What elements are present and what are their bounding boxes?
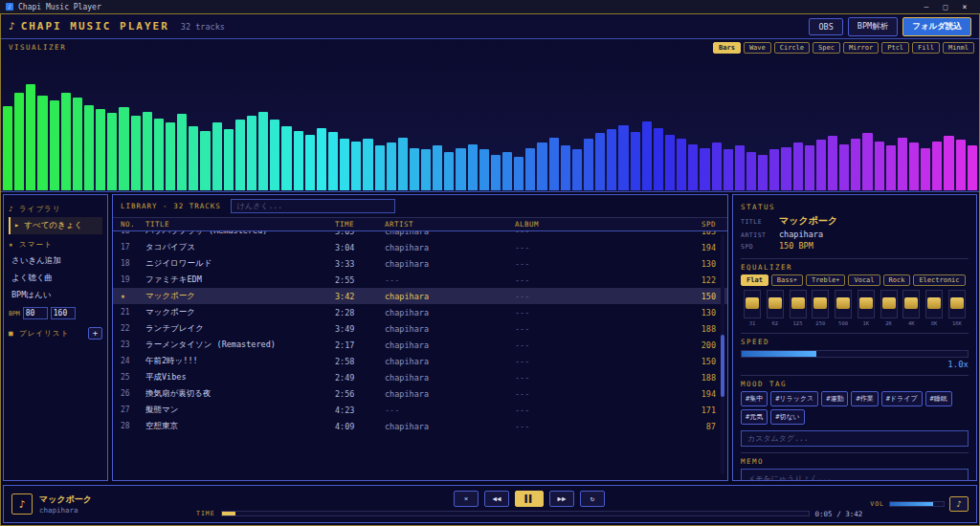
previous-button[interactable]: ◀◀ — [484, 491, 509, 507]
table-row[interactable]: 19ファミチキEDM2:55------122 — [113, 272, 727, 288]
obs-button[interactable]: OBS — [809, 18, 842, 35]
viz-mode-ptcl[interactable]: Ptcl — [881, 42, 909, 54]
viz-bar — [421, 149, 431, 190]
cell-spd: 103 — [674, 231, 716, 236]
mood-tag[interactable]: #リラックス — [770, 391, 818, 406]
eq-band-slider[interactable]: 125 — [789, 290, 808, 326]
eq-band-label: 125 — [793, 320, 803, 326]
eq-preset-flat[interactable]: Flat — [741, 274, 768, 286]
table-row[interactable]: 23ラーメンタイソン (Remastered)2:17chapihara---2… — [113, 337, 727, 353]
eq-band-slider[interactable]: 250 — [811, 290, 830, 326]
sidebar-item[interactable]: よく聴く曲 — [9, 270, 102, 287]
cell-spd: 130 — [674, 259, 716, 269]
time-progress-bar[interactable] — [221, 511, 810, 516]
eq-band-track — [767, 290, 784, 318]
cell-no: 21 — [121, 308, 145, 317]
viz-mode-wave[interactable]: Wave — [744, 42, 771, 54]
viz-bar — [96, 109, 105, 190]
viz-mode-mirror[interactable]: Mirror — [843, 42, 879, 54]
mood-tag[interactable]: #睡眠 — [925, 391, 952, 406]
speaker-icon[interactable]: ♪ — [949, 496, 969, 512]
minimize-icon[interactable]: — — [917, 3, 936, 11]
sidebar-item-all-tracks[interactable]: ▸ すべてのきょく — [9, 217, 102, 234]
folder-load-button[interactable]: フォルダ読込 — [902, 17, 971, 36]
viz-bar — [351, 142, 361, 190]
eq-preset-vocal[interactable]: Vocal — [848, 274, 880, 286]
repeat-button[interactable]: ↻ — [580, 491, 605, 507]
eq-preset-electronic[interactable]: Electronic — [913, 274, 965, 286]
viz-mode-bars[interactable]: Bars — [713, 42, 741, 54]
eq-band-slider[interactable]: 8K — [924, 290, 944, 326]
next-button[interactable]: ▶▶ — [549, 491, 574, 507]
table-row[interactable]: 25平成Vibes2:49chapihara---188 — [113, 369, 727, 385]
note-icon: ♪ — [9, 20, 15, 33]
pause-button[interactable]: ▌▌ — [515, 491, 544, 507]
mood-tag[interactable]: #運動 — [821, 391, 848, 406]
cell-title: タコパイプス — [145, 242, 335, 253]
viz-bar — [247, 116, 256, 190]
bpm-max-input[interactable] — [51, 307, 76, 319]
mood-tag[interactable]: #元気 — [741, 409, 768, 425]
eq-preset-treble+[interactable]: Treble+ — [806, 274, 846, 286]
mood-tag[interactable]: #作業 — [851, 391, 878, 406]
volume-slider[interactable] — [889, 501, 945, 507]
custom-tag-input[interactable] — [741, 430, 969, 447]
viz-bar — [73, 98, 82, 190]
viz-mode-minml[interactable]: Minml — [943, 42, 974, 54]
viz-bar — [642, 121, 652, 190]
eq-band-slider[interactable]: 62 — [766, 290, 785, 326]
memo-textarea[interactable] — [741, 469, 969, 481]
mood-tag[interactable]: #集中 — [741, 391, 768, 406]
scrollbar-thumb[interactable] — [721, 335, 724, 398]
cell-no: 22 — [121, 324, 145, 333]
table-row[interactable]: 17タコパイプス3:04chapihara---194 — [113, 239, 727, 255]
viz-bar — [921, 148, 930, 190]
table-row[interactable]: 26換気扇が裏切る夜2:56chapihara---194 — [113, 385, 727, 402]
eq-band-slider[interactable]: 31 — [743, 290, 762, 326]
table-row[interactable]: 18ニジイロワールド3:33chapihara---130 — [113, 255, 727, 272]
cell-no: 17 — [121, 243, 145, 252]
eq-band-slider[interactable]: 4K — [902, 290, 921, 326]
memo-header: MEMO — [741, 457, 969, 466]
table-row[interactable]: 21マックポーク2:28chapihara---130 — [113, 304, 727, 320]
cell-artist: chapihara — [385, 324, 515, 334]
table-row[interactable]: ★マックポーク3:42chapihara---150 — [113, 288, 727, 304]
eq-band-slider[interactable]: 16K — [947, 290, 967, 326]
cell-no: 27 — [121, 405, 145, 414]
search-input[interactable] — [231, 199, 395, 213]
close-icon[interactable]: × — [955, 3, 974, 11]
sidebar-item[interactable]: BPMはんい — [9, 287, 102, 304]
table-row[interactable]: 28空想東京4:09chapihara---87 — [113, 418, 727, 434]
mood-tag[interactable]: #ドライブ — [881, 391, 923, 406]
mood-tag-section: MOOD TAG #集中#リラックス#運動#作業#ドライブ#睡眠#元気#切ない — [741, 375, 969, 447]
shuffle-button[interactable]: × — [454, 491, 479, 507]
viz-mode-circle[interactable]: Circle — [774, 42, 810, 54]
speed-section: SPEED 1.0x — [741, 333, 969, 369]
maximize-icon[interactable]: □ — [936, 3, 955, 11]
cell-album: --- — [515, 259, 674, 269]
table-row[interactable]: 24午前2時ッ!!!2:58chapihara---150 — [113, 353, 727, 369]
table-row[interactable]: 16パラパラプラザ (Remastered)3:05chapihara---10… — [113, 231, 727, 239]
viz-mode-spec[interactable]: Spec — [813, 42, 840, 54]
eq-band-slider[interactable]: 2K — [880, 290, 899, 326]
sidebar-item[interactable]: さいきん追加 — [9, 252, 102, 270]
bpm-analyze-button[interactable]: BPM解析 — [848, 17, 898, 36]
table-row[interactable]: 27擬態マン4:23------171 — [113, 402, 727, 418]
cell-spd: 194 — [674, 243, 716, 252]
eq-preset-bass+[interactable]: Bass+ — [771, 274, 803, 286]
bpm-min-input[interactable] — [23, 307, 48, 319]
add-playlist-button[interactable]: + — [88, 327, 102, 340]
mood-tag[interactable]: #切ない — [770, 409, 805, 425]
viz-mode-fill[interactable]: Fill — [912, 42, 940, 54]
window-titlebar: ♪ Chapi Music Player — □ × — [0, 0, 980, 13]
eq-band-slider[interactable]: 1K — [857, 290, 876, 326]
cell-spd: 150 — [674, 357, 716, 366]
table-row[interactable]: 22ランチブレイク3:49chapihara---188 — [113, 320, 727, 337]
speed-slider[interactable] — [741, 350, 969, 358]
eq-preset-rock[interactable]: Rock — [883, 274, 911, 286]
viz-bar — [805, 145, 814, 190]
eq-band-slider[interactable]: 500 — [834, 290, 853, 326]
cell-no: 16 — [121, 231, 145, 235]
cell-title: 換気扇が裏切る夜 — [145, 388, 335, 400]
cell-time: 2:55 — [335, 275, 385, 285]
